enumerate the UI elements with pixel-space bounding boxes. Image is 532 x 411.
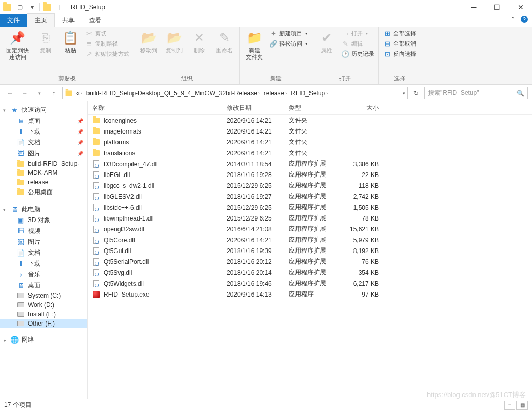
file-row[interactable]: imageformats2020/9/16 14:21文件夹 (88, 126, 532, 137)
breadcrumb-2[interactable]: release› (262, 90, 289, 97)
nav-item[interactable]: Work (D:) (0, 300, 87, 310)
file-row[interactable]: libgcc_s_dw2-1.dll2015/12/29 6:25应用程序扩展1… (88, 180, 532, 191)
nav-item[interactable]: 🖥桌面📌 (0, 115, 87, 126)
file-row[interactable]: libGLESV2.dll2018/1/16 19:27应用程序扩展2,742 … (88, 191, 532, 202)
nav-item[interactable]: 📄文档📌 (0, 137, 87, 148)
maximize-button[interactable]: ☐ (485, 0, 509, 14)
file-row[interactable]: Qt5Core.dll2020/9/16 14:21应用程序扩展5,979 KB (88, 234, 532, 245)
file-row[interactable]: platforms2020/9/16 14:21文件夹 (88, 137, 532, 148)
file-row[interactable]: RFID_Setup.exe2020/9/16 14:13应用程序97 KB (88, 289, 532, 300)
edit-button[interactable]: ✎编辑 (340, 39, 375, 48)
nav-item[interactable]: build-RFID_Setup- (0, 159, 87, 168)
network-icon: 🌐 (10, 336, 19, 344)
file-row[interactable]: Qt5SerialPort.dll2018/1/16 20:12应用程序扩展76… (88, 256, 532, 267)
minimize-button[interactable]: ─ (462, 0, 485, 14)
nav-item[interactable]: ⬇下载📌 (0, 126, 87, 137)
col-name[interactable]: 名称 (88, 104, 223, 112)
rename-button[interactable]: ✎重命名 (213, 28, 236, 74)
qat-props-icon[interactable]: ▢ (14, 2, 25, 12)
address-dropdown-icon[interactable]: ▾ (403, 91, 405, 96)
file-row[interactable]: Qt5Widgets.dll2018/1/16 19:46应用程序扩展6,217… (88, 278, 532, 289)
file-row[interactable]: D3Dcompiler_47.dll2014/3/11 18:54应用程序扩展3… (88, 158, 532, 169)
nav-item[interactable]: 🖼图片 (0, 237, 87, 247)
tab-home[interactable]: 主页 (27, 13, 55, 27)
col-date[interactable]: 修改日期 (223, 104, 285, 112)
forward-button[interactable]: → (19, 87, 31, 99)
nav-item[interactable]: 🎞视频 (0, 226, 87, 237)
breadcrumb-0[interactable]: «› (74, 90, 84, 97)
file-row[interactable]: iconengines2020/9/16 14:21文件夹 (88, 115, 532, 126)
nav-item[interactable]: ⬇下载 (0, 258, 87, 269)
file-row[interactable]: Qt5Gui.dll2018/1/16 19:39应用程序扩展8,192 KB (88, 245, 532, 256)
copypath-button[interactable]: ≡复制路径 (84, 39, 130, 48)
nav-item[interactable]: 📄文档 (0, 247, 87, 258)
nav-item[interactable]: ♪音乐 (0, 269, 87, 280)
qat-dropdown-icon[interactable]: ▾ (27, 2, 37, 12)
cut-button[interactable]: ✂剪切 (84, 28, 130, 38)
moveto-button[interactable]: 📂移动到 (137, 28, 160, 74)
collapse-ribbon-icon[interactable]: ⌃ (510, 16, 515, 23)
tab-view[interactable]: 查看 (82, 14, 109, 27)
selectnone-button[interactable]: ⊟全部取消 (382, 39, 417, 48)
nav-item-icon: 🖥 (17, 118, 25, 125)
history-button[interactable]: 🕑历史记录 (340, 49, 375, 58)
nav-item-icon: 🖼 (17, 239, 25, 246)
pin-button[interactable]: 📌固定到快 速访问 (3, 28, 32, 74)
address-bar[interactable]: «›build-RFID_Setup-Desktop_Qt_5_9_4_MinG… (62, 87, 408, 99)
file-row[interactable]: translations2020/9/16 14:21文件夹 (88, 148, 532, 158)
cut-icon: ✂ (85, 29, 93, 37)
back-button[interactable]: ← (4, 87, 17, 99)
file-type: 应用程序扩展 (285, 214, 342, 223)
file-row[interactable]: Qt5Svg.dll2018/1/16 20:14应用程序扩展354 KB (88, 267, 532, 278)
delete-button[interactable]: ✕删除 (188, 28, 211, 74)
invert-button[interactable]: ⊡反向选择 (382, 49, 417, 58)
newfolder-button[interactable]: 📁新建 文件夹 (243, 28, 266, 74)
up-button[interactable]: ↑ (48, 87, 60, 99)
tab-file[interactable]: 文件 (0, 14, 27, 27)
nav-item[interactable]: System (C:) (0, 291, 87, 300)
selectall-button[interactable]: ⊞全部选择 (382, 28, 417, 38)
nav-item[interactable]: Install (E:) (0, 310, 87, 319)
navhead-quickaccess[interactable]: ▾★快速访问 (0, 105, 87, 115)
file-type: 文件夹 (285, 149, 342, 157)
nav-item[interactable]: 🖥桌面 (0, 280, 87, 291)
file-row[interactable]: libEGL.dll2018/1/16 19:28应用程序扩展22 KB (88, 169, 532, 180)
details-view-button[interactable]: ≡ (504, 401, 515, 410)
nav-item-label: 视频 (28, 227, 40, 236)
easyaccess-button[interactable]: 🔗轻松访问▾ (268, 39, 308, 48)
file-row[interactable]: libstdc++-6.dll2015/12/29 6:25应用程序扩展1,50… (88, 202, 532, 213)
copyto-button[interactable]: 📂复制到 (162, 28, 186, 74)
copy-button[interactable]: ⎘复制 (34, 28, 57, 74)
props-button[interactable]: ✔属性 (315, 28, 338, 74)
nav-item[interactable]: Other (F:) (0, 319, 87, 328)
nav-item-icon: ♪ (17, 271, 25, 278)
ribbon-group-open: ✔属性 ▭打开▾ ✎编辑 🕑历史记录 打开 (312, 27, 379, 84)
nav-item[interactable]: ▣3D 对象 (0, 215, 87, 226)
nav-item[interactable]: MDK-ARM (0, 168, 87, 178)
breadcrumb-1[interactable]: build-RFID_Setup-Desktop_Qt_5_9_4_MinGW_… (84, 90, 262, 97)
close-button[interactable]: ✕ (509, 0, 532, 14)
nav-item[interactable]: 公用桌面 (0, 187, 87, 198)
nav-item[interactable]: release (0, 178, 87, 187)
breadcrumb-3[interactable]: RFID_Setup› (289, 90, 330, 97)
col-size[interactable]: 大小 (342, 104, 383, 112)
file-date: 2018/1/16 19:39 (223, 247, 285, 255)
recent-dropdown[interactable]: ▾ (33, 87, 46, 99)
newitem-button[interactable]: ✦新建项目▾ (268, 28, 308, 38)
nav-item[interactable]: 🖼图片📌 (0, 148, 87, 159)
col-type[interactable]: 类型 (285, 104, 342, 112)
paste-button[interactable]: 📋粘贴 (59, 28, 82, 74)
navhead-thispc[interactable]: ▾🖥此电脑 (0, 204, 87, 215)
help-icon[interactable]: ? (521, 16, 528, 23)
file-row[interactable]: libwinpthread-1.dll2015/12/29 6:25应用程序扩展… (88, 213, 532, 224)
nav-item-label: Install (E:) (28, 311, 56, 318)
pasteshortcut-button[interactable]: ↗粘贴快捷方式 (84, 49, 130, 58)
open-button[interactable]: ▭打开▾ (340, 28, 375, 38)
icons-view-button[interactable]: ▦ (516, 401, 528, 410)
file-row[interactable]: opengl32sw.dll2016/6/14 21:08应用程序扩展15,62… (88, 224, 532, 234)
file-date: 2020/9/16 14:21 (223, 117, 285, 124)
navhead-network[interactable]: ▾🌐网络 (0, 334, 87, 345)
tab-share[interactable]: 共享 (55, 14, 82, 27)
refresh-button[interactable]: ↻ (410, 87, 422, 99)
search-box[interactable]: 搜索"RFID_Setup" 🔍 (424, 87, 528, 99)
